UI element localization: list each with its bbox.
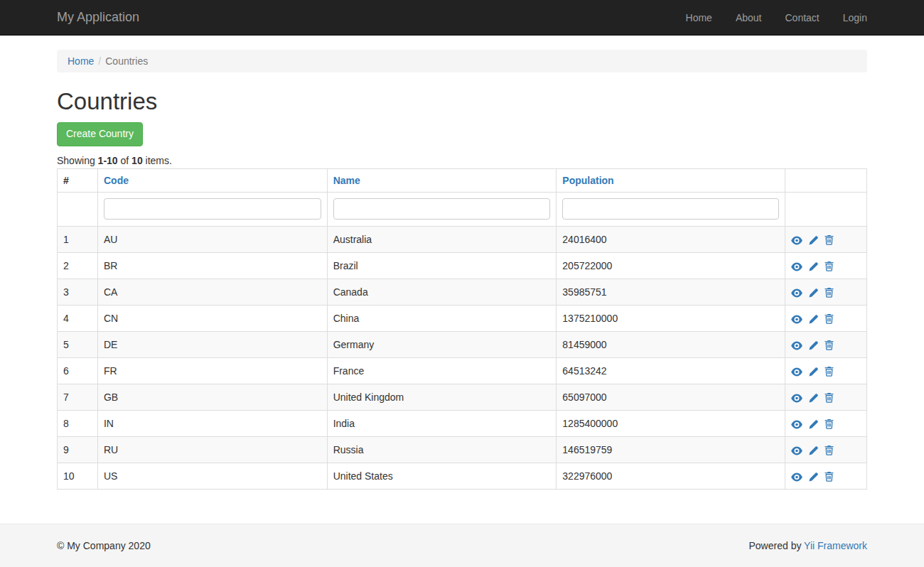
delete-button[interactable] xyxy=(824,313,834,324)
page: My Application Home About Contact Login … xyxy=(0,0,924,567)
code-filter-input[interactable] xyxy=(104,198,321,220)
table-row: 3 CA Canada 35985751 xyxy=(58,279,867,305)
column-header-index: # xyxy=(58,168,98,192)
sort-link-code[interactable]: Code xyxy=(104,175,129,186)
view-button[interactable] xyxy=(791,261,802,271)
row-name: India xyxy=(327,410,557,436)
update-button[interactable] xyxy=(809,313,818,324)
trash-icon xyxy=(824,367,834,377)
row-actions xyxy=(785,384,867,410)
row-index: 5 xyxy=(58,331,98,357)
row-population: 64513242 xyxy=(557,357,785,384)
trash-icon xyxy=(824,472,834,482)
page-title: Countries xyxy=(57,88,867,115)
sort-link-population[interactable]: Population xyxy=(562,175,613,186)
view-button[interactable] xyxy=(791,313,802,324)
update-button[interactable] xyxy=(809,471,818,482)
table-row: 10 US United States 322976000 xyxy=(58,463,867,489)
summary-total: 10 xyxy=(131,155,143,166)
delete-button[interactable] xyxy=(824,445,834,455)
update-button[interactable] xyxy=(809,445,818,455)
column-header-actions xyxy=(785,168,867,192)
row-population: 205722000 xyxy=(557,252,785,279)
powered-by-prefix: Powered by xyxy=(748,540,804,551)
summary-suffix: items. xyxy=(143,155,172,166)
update-button[interactable] xyxy=(809,392,818,403)
update-button[interactable] xyxy=(809,234,818,245)
row-code: CA xyxy=(97,279,327,305)
view-button[interactable] xyxy=(791,366,802,377)
row-actions xyxy=(785,331,867,357)
trash-icon xyxy=(824,419,834,429)
create-country-button[interactable]: Create Country xyxy=(57,122,143,146)
view-button[interactable] xyxy=(791,418,802,429)
eye-icon xyxy=(791,341,802,350)
delete-button[interactable] xyxy=(824,261,834,271)
update-button[interactable] xyxy=(809,366,818,377)
delete-button[interactable] xyxy=(824,418,834,429)
nav-item-home[interactable]: Home xyxy=(686,12,712,23)
pencil-icon xyxy=(809,288,818,298)
delete-button[interactable] xyxy=(824,392,834,403)
grid-summary: Showing 1-10 of 10 items. xyxy=(57,155,867,166)
row-actions xyxy=(785,226,867,252)
trash-icon xyxy=(824,314,834,324)
summary-range: 1-10 xyxy=(98,155,118,166)
row-code: RU xyxy=(97,436,327,463)
pencil-icon xyxy=(809,367,818,377)
delete-button[interactable] xyxy=(824,471,834,482)
row-actions xyxy=(785,305,867,331)
row-actions xyxy=(785,279,867,305)
row-population: 322976000 xyxy=(557,463,785,489)
row-population: 146519759 xyxy=(557,436,785,463)
sort-link-name[interactable]: Name xyxy=(333,175,360,186)
table-row: 4 CN China 1375210000 xyxy=(58,305,867,331)
view-button[interactable] xyxy=(791,234,802,245)
nav-item-contact[interactable]: Contact xyxy=(785,12,819,23)
row-code: DE xyxy=(97,331,327,357)
table-header-row: # Code Name Population xyxy=(58,168,867,192)
pencil-icon xyxy=(809,315,818,324)
pencil-icon xyxy=(809,420,818,429)
population-filter-input[interactable] xyxy=(562,198,779,220)
row-code: CN xyxy=(97,305,327,331)
eye-icon xyxy=(791,446,802,455)
nav-item-login[interactable]: Login xyxy=(843,12,867,23)
name-filter-input[interactable] xyxy=(333,198,551,220)
view-button[interactable] xyxy=(791,445,802,455)
app-brand-link[interactable]: My Application xyxy=(57,10,139,25)
navbar-menu: Home About Contact Login xyxy=(662,12,867,23)
view-button[interactable] xyxy=(791,471,802,482)
update-button[interactable] xyxy=(809,340,818,350)
breadcrumb-home-link[interactable]: Home xyxy=(68,55,94,67)
delete-button[interactable] xyxy=(824,340,834,350)
pencil-icon xyxy=(809,341,818,350)
table-row: 6 FR France 64513242 xyxy=(58,357,867,384)
breadcrumb-current: Countries xyxy=(105,55,148,67)
delete-button[interactable] xyxy=(824,287,834,298)
row-population: 81459000 xyxy=(557,331,785,357)
row-index: 6 xyxy=(58,357,98,384)
update-button[interactable] xyxy=(809,287,818,298)
main-content: Home/Countries Countries Create Country … xyxy=(0,36,924,524)
view-button[interactable] xyxy=(791,340,802,350)
breadcrumb-separator: / xyxy=(94,55,105,67)
row-actions xyxy=(785,357,867,384)
delete-button[interactable] xyxy=(824,234,834,245)
eye-icon xyxy=(791,262,802,271)
row-code: IN xyxy=(97,410,327,436)
update-button[interactable] xyxy=(809,261,818,271)
copyright-text: © My Company 2020 xyxy=(57,540,151,551)
row-population: 65097000 xyxy=(557,384,785,410)
filter-cell-actions xyxy=(785,192,867,226)
update-button[interactable] xyxy=(809,418,818,429)
eye-icon xyxy=(791,288,802,298)
delete-button[interactable] xyxy=(824,366,834,377)
view-button[interactable] xyxy=(791,392,802,403)
row-index: 2 xyxy=(58,252,98,279)
yii-framework-link[interactable]: Yii Framework xyxy=(804,540,867,551)
table-row: 7 GB United Kingdom 65097000 xyxy=(58,384,867,410)
nav-item-about[interactable]: About xyxy=(736,12,762,23)
view-button[interactable] xyxy=(791,287,802,298)
row-name: China xyxy=(327,305,557,331)
